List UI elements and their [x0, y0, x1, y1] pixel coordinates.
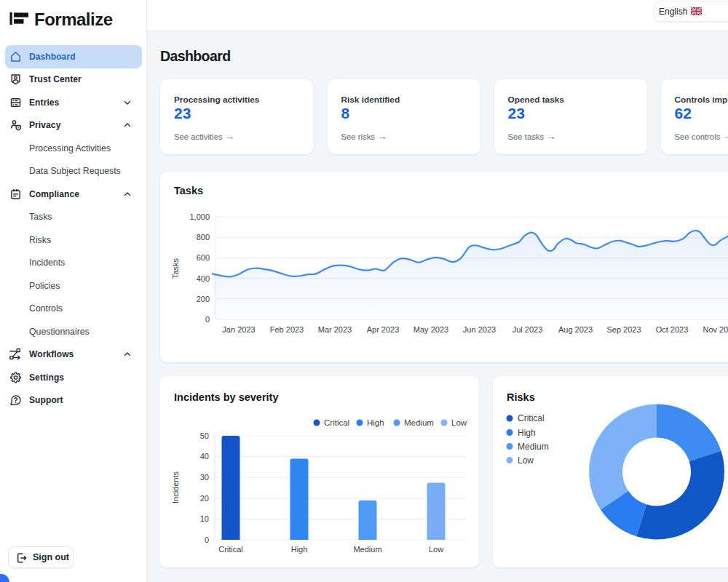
svg-text:1,000: 1,000 — [189, 212, 210, 221]
svg-text:30: 30 — [200, 473, 209, 482]
svg-text:Low: Low — [518, 455, 534, 466]
svg-text:Medium: Medium — [353, 545, 381, 554]
svg-text:800: 800 — [197, 233, 210, 242]
svg-text:Critical: Critical — [324, 418, 349, 427]
svg-text:600: 600 — [197, 253, 210, 262]
svg-text:Medium: Medium — [404, 418, 434, 427]
svg-text:Critical: Critical — [218, 545, 243, 554]
svg-text:20: 20 — [200, 494, 209, 503]
svg-text:Sep 2023: Sep 2023 — [606, 325, 641, 334]
svg-text:High: High — [367, 418, 384, 427]
svg-text:Low: Low — [451, 418, 467, 427]
svg-text:Nov 2023: Nov 2023 — [703, 325, 728, 334]
svg-text:Aug 2023: Aug 2023 — [558, 325, 593, 334]
svg-text:Jan 2023: Jan 2023 — [222, 325, 255, 334]
svg-text:0: 0 — [205, 315, 210, 324]
svg-text:Jun 2023: Jun 2023 — [463, 325, 496, 334]
svg-text:Incidents: Incidents — [171, 471, 180, 503]
svg-text:High: High — [291, 545, 308, 554]
svg-text:Tasks: Tasks — [171, 258, 180, 279]
svg-text:Oct 2023: Oct 2023 — [656, 325, 689, 334]
svg-text:40: 40 — [200, 452, 209, 461]
svg-text:Mar 2023: Mar 2023 — [318, 325, 352, 334]
svg-text:Apr 2023: Apr 2023 — [367, 325, 400, 334]
svg-text:Low: Low — [429, 545, 443, 554]
svg-text:400: 400 — [197, 274, 210, 283]
svg-text:50: 50 — [200, 431, 209, 440]
svg-text:Medium: Medium — [518, 442, 549, 452]
svg-text:Feb 2023: Feb 2023 — [270, 325, 304, 334]
svg-text:Critical: Critical — [518, 413, 545, 423]
svg-text:200: 200 — [197, 295, 210, 303]
svg-text:0: 0 — [205, 535, 209, 544]
svg-text:Jul 2023: Jul 2023 — [513, 325, 543, 334]
svg-text:High: High — [518, 428, 536, 438]
svg-text:10: 10 — [200, 514, 209, 523]
svg-text:May 2023: May 2023 — [414, 325, 448, 334]
